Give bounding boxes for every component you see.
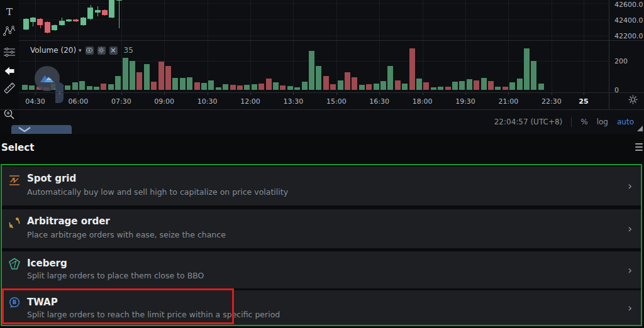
twap-icon: B [8, 297, 21, 309]
item-title: Spot grid [27, 173, 76, 184]
list-item-iceberg[interactable]: Iceberg Split large orders to place them… [2, 251, 641, 288]
volume-bar [216, 87, 221, 90]
time-tick-label: 07:30 [111, 97, 131, 106]
volume-bar [258, 84, 264, 90]
candle [87, 8, 93, 19]
gridline [293, 0, 294, 92]
volume-bar [438, 87, 443, 90]
volume-bar [445, 87, 451, 90]
volume-bar [87, 86, 92, 90]
gridline [19, 36, 609, 36]
list-item-twap[interactable]: B TWAP Split large orders to reach the l… [2, 290, 641, 325]
item-title: Iceberg [27, 258, 67, 269]
ruler-icon[interactable] [0, 80, 19, 96]
visibility-icon[interactable] [86, 46, 94, 55]
item-description: Split large orders to place them close t… [27, 271, 204, 280]
volume-bar [273, 82, 279, 90]
select-header: Select [0, 134, 644, 164]
close-icon[interactable] [109, 46, 118, 55]
list-item-spot-grid[interactable]: Spot grid Automatically buy low and sell… [2, 167, 641, 205]
settings-icon[interactable] [97, 46, 106, 55]
volume-bar [387, 66, 393, 90]
candle [52, 25, 57, 30]
expand-button[interactable] [11, 125, 72, 134]
candle [95, 10, 101, 13]
time-tick-label: 25 [579, 97, 588, 106]
volume-bar [374, 84, 379, 90]
item-description: Place arbitrage orders with ease, seize … [27, 230, 226, 239]
volume-bar [531, 61, 536, 90]
volume-bar [230, 85, 236, 90]
svg-text:B: B [13, 299, 16, 305]
volume-bar [72, 82, 78, 90]
candle [30, 18, 36, 22]
volume-bar [502, 87, 508, 90]
time-axis[interactable]: 04:3006:0007:3009:0010:3012:0013:3015:00… [19, 92, 644, 109]
gridline [250, 0, 251, 92]
gridline [584, 0, 584, 92]
menu-icon[interactable] [635, 143, 643, 151]
time-tick-label: 10:30 [197, 97, 218, 106]
volume-bar [431, 87, 436, 90]
candle-wick [119, 0, 119, 28]
volume-bar [459, 81, 465, 90]
volume-bar [395, 80, 401, 90]
gridline [19, 3, 609, 4]
pane-separator[interactable] [19, 40, 644, 41]
volume-bar [172, 78, 178, 90]
volume-bar [509, 82, 515, 90]
chevron-right-icon[interactable]: › [628, 180, 632, 192]
volume-bar [280, 85, 286, 90]
gridline [465, 0, 466, 92]
xabcd-pattern-icon[interactable] [0, 23, 19, 39]
resize-corner-icon[interactable] [637, 126, 643, 131]
strategy-list: Spot grid Automatically buy low and sell… [1, 164, 642, 326]
volume-bar [201, 83, 207, 90]
gridline [336, 0, 337, 92]
sliders-tool-icon[interactable] [0, 44, 19, 60]
volume-bar [352, 77, 357, 90]
volume-bar [287, 86, 293, 90]
list-item-arbitrage-order[interactable]: Arbitrage order Place arbitrage orders w… [2, 209, 641, 248]
axis-settings-gear-icon[interactable] [628, 95, 638, 107]
volume-bar [481, 78, 487, 90]
log-scale-button[interactable]: log [597, 118, 608, 126]
strategy-select-panel: Select Spot grid Automatically buy low a… [0, 134, 644, 328]
volume-bar [359, 85, 365, 90]
candle [80, 18, 86, 25]
arrow-left-icon[interactable] [0, 63, 19, 79]
volume-bar [409, 48, 415, 90]
indicator-value: 35 [124, 46, 133, 55]
chevron-right-icon[interactable]: › [628, 302, 632, 314]
chevron-right-icon[interactable]: › [628, 264, 632, 276]
item-title: TWAP [27, 297, 58, 308]
time-tick-label: 13:30 [284, 97, 304, 106]
volume-bar [309, 51, 314, 90]
chevron-down-icon[interactable]: ▾ [79, 47, 82, 53]
volume-bar [136, 72, 142, 90]
candle [59, 21, 65, 25]
candle [66, 19, 72, 21]
volume-bar [294, 87, 300, 90]
volume-bar [467, 79, 472, 90]
gridline [508, 0, 509, 92]
text-tool-icon[interactable]: T [0, 4, 19, 20]
volume-bar [101, 84, 106, 90]
candle [102, 10, 108, 15]
indicator-label[interactable]: Volume (20) [30, 46, 76, 55]
iceberg-icon [8, 258, 21, 270]
volume-bar [130, 61, 135, 90]
time-tick-label: 09:00 [154, 97, 174, 106]
volume-bar [524, 48, 530, 90]
time-tick-label: 12:00 [240, 97, 260, 106]
volume-bar [165, 66, 171, 90]
auto-scale-button[interactable]: auto [617, 118, 634, 126]
chevron-right-icon[interactable]: › [628, 222, 632, 235]
time-tick-label: 18:00 [413, 97, 433, 106]
time-tick-label: 19:30 [455, 97, 475, 106]
percent-scale-button[interactable]: % [580, 118, 587, 126]
volume-bar [208, 80, 214, 90]
volume-bar [345, 72, 350, 90]
candle [116, 0, 122, 1]
item-description: Split large orders to reach the limit pr… [27, 310, 280, 319]
